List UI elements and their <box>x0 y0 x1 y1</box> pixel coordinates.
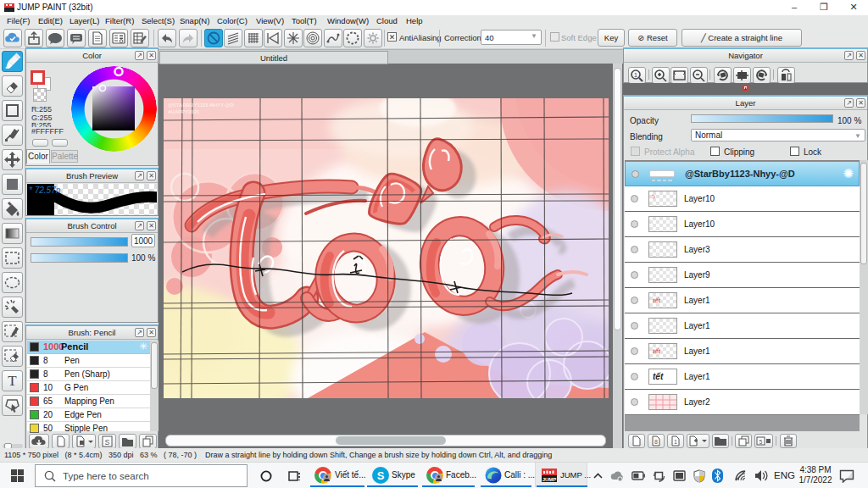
svg-text:tết: tết <box>653 372 664 381</box>
svg-text:T: T <box>8 373 17 389</box>
svg-text:tết: tết <box>653 347 661 355</box>
svg-text:#HAPPY2021: #HAPPY2021 <box>168 109 200 114</box>
svg-text:JUMP: JUMP <box>542 477 557 482</box>
svg-text:1: 1 <box>674 439 677 445</box>
svg-text:8: 8 <box>654 439 658 445</box>
svg-text:tết: tết <box>653 297 661 304</box>
svg-text:S: S <box>377 469 385 482</box>
svg-text:5: 5 <box>760 439 763 445</box>
svg-text:S: S <box>104 438 109 446</box>
svg-text:@STARBBY1123-NHYY-@D: @STARBBY1123-NHYY-@D <box>168 103 235 108</box>
svg-text:1: 1 <box>634 72 637 78</box>
